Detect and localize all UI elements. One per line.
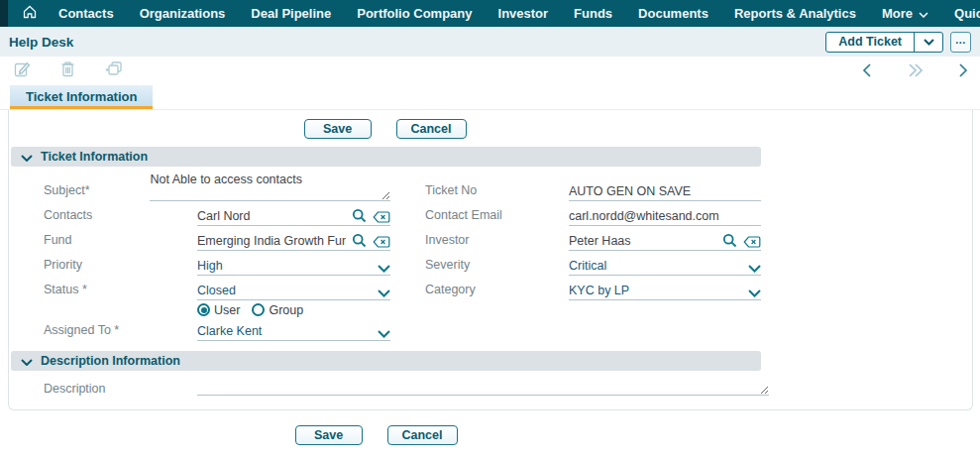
fund-lookup[interactable]: Emerging India Growth Fun <box>197 233 390 251</box>
add-ticket-dropdown-button[interactable] <box>914 33 942 52</box>
severity-select[interactable]: Critical <box>569 259 761 276</box>
last-record-icon[interactable] <box>908 63 923 77</box>
contacts-value: Carl Nord <box>197 209 346 223</box>
home-button[interactable] <box>14 4 46 24</box>
top-action-buttons: Save Cancel <box>9 110 761 147</box>
tab-bar: Ticket Information <box>0 84 980 110</box>
form-panel: Save Cancel Ticket Information Subject* … <box>8 110 973 410</box>
bottom-action-buttons: Save Cancel <box>0 410 752 453</box>
tab-ticket-information[interactable]: Ticket Information <box>10 85 153 109</box>
edit-icon[interactable] <box>14 60 31 81</box>
fund-row: Fund Emerging India Growth Fun <box>44 226 390 251</box>
contact-email-row: Contact Email carl.nordd@whitesand.com <box>425 201 761 226</box>
user-radio-label: User <box>214 303 240 317</box>
field-columns: Subject* Not Able to access contacts Con… <box>9 167 761 341</box>
page-title: Help Desk <box>9 35 73 50</box>
nav-item-more[interactable]: More <box>869 1 941 26</box>
search-icon[interactable] <box>352 233 367 248</box>
previous-record-icon[interactable] <box>862 63 872 77</box>
clone-icon[interactable] <box>105 60 123 81</box>
assigned-to-select[interactable]: Clarke Kent <box>197 324 390 341</box>
chevron-down-icon[interactable] <box>378 289 390 297</box>
nav-quick-create-label: Quick Create <box>954 6 980 21</box>
contacts-label: Contacts <box>44 208 197 226</box>
nav-left-strip <box>0 0 8 27</box>
assigned-to-value: Clarke Kent <box>197 324 372 338</box>
nav-items: Contacts Organizations Deal Pipeline Por… <box>46 1 980 26</box>
top-navbar: Contacts Organizations Deal Pipeline Por… <box>0 0 980 27</box>
ticket-no-field: AUTO GEN ON SAVE <box>569 184 761 201</box>
category-select[interactable]: KYC by LP <box>569 284 761 300</box>
nav-item-organizations[interactable]: Organizations <box>127 1 239 26</box>
section-title: Ticket Information <box>41 150 148 164</box>
save-button[interactable]: Save <box>304 119 372 139</box>
group-radio-label: Group <box>269 303 303 317</box>
search-icon[interactable] <box>352 208 367 223</box>
priority-row: Priority High <box>44 251 390 276</box>
chevron-down-icon[interactable] <box>378 265 390 273</box>
nav-item-documents[interactable]: Documents <box>625 1 721 26</box>
clear-icon[interactable] <box>373 236 390 248</box>
delete-icon[interactable] <box>60 60 75 81</box>
severity-row: Severity Critical <box>425 251 761 276</box>
nav-item-investor[interactable]: Investor <box>486 1 562 26</box>
assigned-to-label: Assigned To * <box>44 323 197 341</box>
subject-row: Subject* Not Able to access contacts <box>44 171 390 201</box>
user-radio[interactable] <box>197 303 210 316</box>
contacts-row: Contacts Carl Nord <box>44 201 390 226</box>
radio-selected-dot <box>201 307 207 313</box>
chevron-down-icon[interactable] <box>748 289 761 297</box>
home-icon <box>22 4 38 24</box>
contacts-lookup[interactable]: Carl Nord <box>197 208 390 226</box>
left-column: Subject* Not Able to access contacts Con… <box>44 171 390 341</box>
section-ticket-information[interactable]: Ticket Information <box>11 147 761 167</box>
record-pager <box>862 57 968 84</box>
nav-item-reports-analytics[interactable]: Reports & Analytics <box>721 1 869 26</box>
priority-label: Priority <box>44 258 197 276</box>
description-input[interactable] <box>197 377 769 396</box>
nav-item-deal-pipeline[interactable]: Deal Pipeline <box>238 1 344 26</box>
status-select[interactable]: Closed <box>197 284 390 300</box>
investor-lookup[interactable]: Peter Haas <box>569 233 761 251</box>
description-row: Description <box>44 377 769 400</box>
cancel-button[interactable]: Cancel <box>396 119 467 139</box>
severity-label: Severity <box>425 258 569 276</box>
chevron-down-icon <box>919 6 928 21</box>
category-value: KYC by LP <box>569 284 742 297</box>
chevron-down-icon[interactable] <box>748 265 761 273</box>
priority-value: High <box>197 259 372 273</box>
subject-input[interactable]: Not Able to access contacts <box>150 173 390 201</box>
collapse-chevron-icon <box>21 352 33 370</box>
fund-label: Fund <box>44 233 197 251</box>
next-record-icon[interactable] <box>958 63 968 77</box>
investor-label: Investor <box>425 233 569 251</box>
add-ticket-button[interactable]: Add Ticket <box>826 33 914 52</box>
search-icon[interactable] <box>722 233 737 248</box>
ticket-no-row: Ticket No AUTO GEN ON SAVE <box>425 171 761 201</box>
severity-value: Critical <box>569 259 742 273</box>
section-description-information[interactable]: Description Information <box>11 351 761 371</box>
priority-select[interactable]: High <box>197 259 390 276</box>
more-options-button[interactable]: ... <box>950 32 971 53</box>
description-label: Description <box>44 382 197 400</box>
category-row: Category KYC by LP <box>425 276 761 300</box>
nav-item-funds[interactable]: Funds <box>561 1 625 26</box>
contact-email-field[interactable]: carl.nordd@whitesand.com <box>569 209 761 226</box>
status-value: Closed <box>197 284 372 297</box>
nav-item-quick-create[interactable]: Quick Create <box>941 1 980 26</box>
chevron-down-icon[interactable] <box>378 330 390 338</box>
nav-item-portfolio-company[interactable]: Portfolio Company <box>344 1 485 26</box>
group-radio[interactable] <box>252 303 265 316</box>
clear-icon[interactable] <box>373 211 390 223</box>
nav-item-contacts[interactable]: Contacts <box>46 1 127 26</box>
cancel-button[interactable]: Cancel <box>387 425 458 445</box>
contact-email-value: carl.nordd@whitesand.com <box>569 209 761 223</box>
header-actions: Add Ticket ... <box>825 32 971 53</box>
fund-value: Emerging India Growth Fun <box>197 234 346 248</box>
assigned-to-row: Assigned To * Clarke Kent <box>44 319 390 341</box>
investor-value: Peter Haas <box>569 234 716 248</box>
nav-more-label: More <box>882 6 913 21</box>
clear-icon[interactable] <box>743 236 761 248</box>
save-button[interactable]: Save <box>295 425 363 445</box>
right-column: Ticket No AUTO GEN ON SAVE Contact Email… <box>425 171 761 341</box>
